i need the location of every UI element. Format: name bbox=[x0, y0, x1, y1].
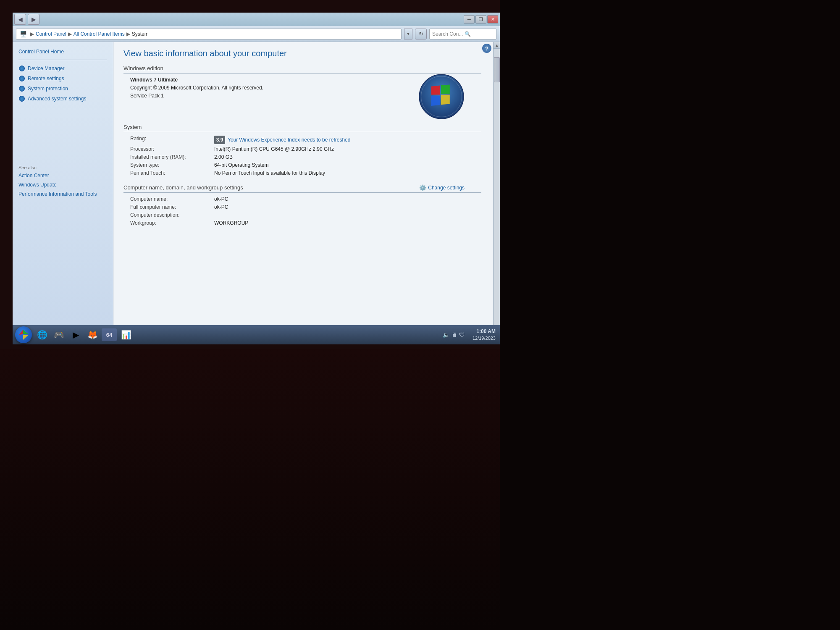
action-center-link[interactable]: Action Center bbox=[13, 171, 113, 180]
help-button[interactable]: ? bbox=[482, 44, 491, 53]
computer-name-label: Computer name: bbox=[130, 196, 214, 202]
restore-button[interactable]: ❐ bbox=[475, 15, 486, 24]
computer-description-row: Computer description: bbox=[123, 212, 481, 218]
main-area: Control Panel Home Device Manager Remote… bbox=[13, 42, 500, 325]
edition-value: Windows 7 Ultimate bbox=[130, 77, 178, 83]
ram-label: Installed memory (RAM): bbox=[130, 154, 214, 160]
pen-touch-row: Pen and Touch: No Pen or Touch Input is … bbox=[123, 170, 481, 176]
tray-network-icon[interactable]: 🖥 bbox=[452, 331, 457, 338]
system-type-row: System type: 64-bit Operating System bbox=[123, 162, 481, 168]
computer-name-value: ok-PC bbox=[214, 196, 228, 202]
scrollbar-up[interactable]: ▲ bbox=[494, 42, 500, 49]
page-title: View basic information about your comput… bbox=[123, 49, 481, 58]
windows-edition-header: Windows edition bbox=[123, 65, 481, 74]
clock-time: 1:00 AM bbox=[476, 328, 496, 335]
taskbar: 🌐 🎮 ▶ 🦊 64 📊 🔈 🖥 🛡 1:00 AM 12/19/2023 bbox=[13, 325, 500, 344]
address-dropdown-arrow[interactable]: ▼ bbox=[404, 29, 412, 39]
clock-area[interactable]: 1:00 AM 12/19/2023 bbox=[470, 328, 498, 341]
address-bar: 🖥️ ▶ Control Panel ▶ All Control Panel I… bbox=[13, 26, 500, 42]
wex-link[interactable]: Your Windows Experience Index needs to b… bbox=[228, 137, 350, 143]
taskbar-game-icon[interactable]: 🎮 bbox=[51, 328, 66, 342]
device-manager-icon bbox=[18, 65, 25, 72]
breadcrumb-sep2: ▶ bbox=[68, 31, 72, 37]
advanced-settings-label: Advanced system settings bbox=[28, 96, 86, 102]
back-button[interactable]: ◀ bbox=[14, 14, 26, 25]
sidebar-divider-1 bbox=[18, 60, 107, 60]
processor-row: Processor: Intel(R) Pentium(R) CPU G645 … bbox=[123, 146, 481, 152]
taskbar-media-icon[interactable]: ▶ bbox=[68, 328, 83, 342]
pen-touch-label: Pen and Touch: bbox=[130, 170, 214, 176]
computer-name-row: Computer name: ok-PC bbox=[123, 196, 481, 202]
title-bar: ◀ ▶ ─ ❐ ✕ bbox=[13, 13, 500, 26]
taskbar-ie-icon[interactable]: 🌐 bbox=[34, 328, 50, 342]
full-computer-name-row: Full computer name: ok-PC bbox=[123, 204, 481, 210]
sidebar: Control Panel Home Device Manager Remote… bbox=[13, 42, 113, 325]
taskbar-64-icon[interactable]: 64 bbox=[102, 328, 117, 341]
control-panel-home-link[interactable]: Control Panel Home bbox=[13, 47, 113, 56]
remote-settings-label: Remote settings bbox=[28, 76, 64, 81]
change-settings-link[interactable]: ⚙️ Change settings bbox=[419, 184, 465, 191]
forward-button[interactable]: ▶ bbox=[28, 14, 39, 25]
processor-label: Processor: bbox=[130, 146, 214, 152]
breadcrumb-all-items[interactable]: All Control Panel Items bbox=[74, 31, 125, 37]
rating-label: Rating: bbox=[130, 136, 214, 144]
tray-volume-icon[interactable]: 🔈 bbox=[443, 331, 450, 338]
computer-section: Computer name, domain, and workgroup set… bbox=[123, 184, 481, 226]
scrollbar-thumb[interactable] bbox=[494, 57, 500, 82]
tray-security-icon[interactable]: 🛡 bbox=[459, 331, 465, 338]
minimize-button[interactable]: ─ bbox=[464, 15, 475, 24]
clock-date: 12/19/2023 bbox=[472, 335, 496, 341]
full-computer-name-label: Full computer name: bbox=[130, 204, 214, 210]
windows-logo bbox=[418, 74, 469, 124]
rating-row: Rating: 3.9 Your Windows Experience Inde… bbox=[123, 136, 481, 144]
advanced-settings-link[interactable]: Advanced system settings bbox=[13, 94, 113, 104]
rating-badge: 3.9 bbox=[214, 136, 225, 144]
taskbar-app-icon[interactable]: 📊 bbox=[118, 328, 134, 342]
system-type-label: System type: bbox=[130, 162, 214, 168]
ram-row: Installed memory (RAM): 2.00 GB bbox=[123, 154, 481, 160]
change-settings-label: Change settings bbox=[428, 185, 465, 191]
search-box[interactable]: Search Con... 🔍 bbox=[429, 29, 496, 39]
windows-edition-section: Windows edition bbox=[123, 65, 481, 99]
content-panel: ? View basic information about your comp… bbox=[113, 42, 500, 325]
performance-label: Performance Information and Tools bbox=[18, 191, 97, 197]
workgroup-value: WORKGROUP bbox=[214, 220, 248, 226]
device-manager-label: Device Manager bbox=[28, 66, 64, 71]
home-label: Control Panel Home bbox=[18, 49, 64, 55]
see-also-label: See also bbox=[13, 163, 113, 171]
rating-value: 3.9 Your Windows Experience Index needs … bbox=[214, 136, 350, 144]
system-protection-link[interactable]: System protection bbox=[13, 84, 113, 94]
close-button[interactable]: ✕ bbox=[487, 15, 498, 24]
breadcrumb-sep1: ▶ bbox=[30, 31, 34, 37]
ram-value: 2.00 GB bbox=[214, 154, 233, 160]
scrollbar[interactable]: ▲ bbox=[493, 42, 500, 325]
performance-link[interactable]: Performance Information and Tools bbox=[13, 189, 105, 199]
breadcrumb-control-panel[interactable]: Control Panel bbox=[36, 31, 66, 37]
start-orb bbox=[15, 326, 32, 343]
start-button[interactable] bbox=[14, 327, 33, 343]
action-center-label: Action Center bbox=[18, 173, 49, 178]
system-protection-icon bbox=[18, 85, 25, 92]
taskbar-firefox-icon[interactable]: 🦊 bbox=[85, 328, 100, 342]
screen: ◀ ▶ ─ ❐ ✕ 🖥️ ▶ Control Panel ▶ All Contr… bbox=[13, 13, 500, 344]
breadcrumb[interactable]: 🖥️ ▶ Control Panel ▶ All Control Panel I… bbox=[16, 29, 402, 39]
windows-update-link[interactable]: Windows Update bbox=[13, 180, 113, 189]
content-wrapper: View basic information about your comput… bbox=[123, 49, 490, 226]
system-section-header: System bbox=[123, 124, 481, 132]
remote-settings-icon bbox=[18, 75, 25, 82]
system-type-value: 64-bit Operating System bbox=[214, 162, 268, 168]
windows-update-label: Windows Update bbox=[18, 182, 57, 188]
search-icon: 🔍 bbox=[465, 31, 471, 37]
computer-description-label: Computer description: bbox=[130, 212, 214, 218]
device-manager-link[interactable]: Device Manager bbox=[13, 63, 113, 74]
refresh-button[interactable]: ↻ bbox=[415, 29, 427, 39]
workgroup-label: Workgroup: bbox=[130, 220, 214, 226]
pen-touch-value: No Pen or Touch Input is available for t… bbox=[214, 170, 325, 176]
system-tray: 🔈 🖥 🛡 bbox=[439, 325, 468, 344]
processor-value: Intel(R) Pentium(R) CPU G645 @ 2.90GHz 2… bbox=[214, 146, 334, 152]
workgroup-row: Workgroup: WORKGROUP bbox=[123, 220, 481, 226]
search-text: Search Con... bbox=[432, 31, 463, 37]
system-protection-label: System protection bbox=[28, 86, 68, 92]
breadcrumb-sep3: ▶ bbox=[126, 31, 130, 37]
remote-settings-link[interactable]: Remote settings bbox=[13, 74, 113, 84]
